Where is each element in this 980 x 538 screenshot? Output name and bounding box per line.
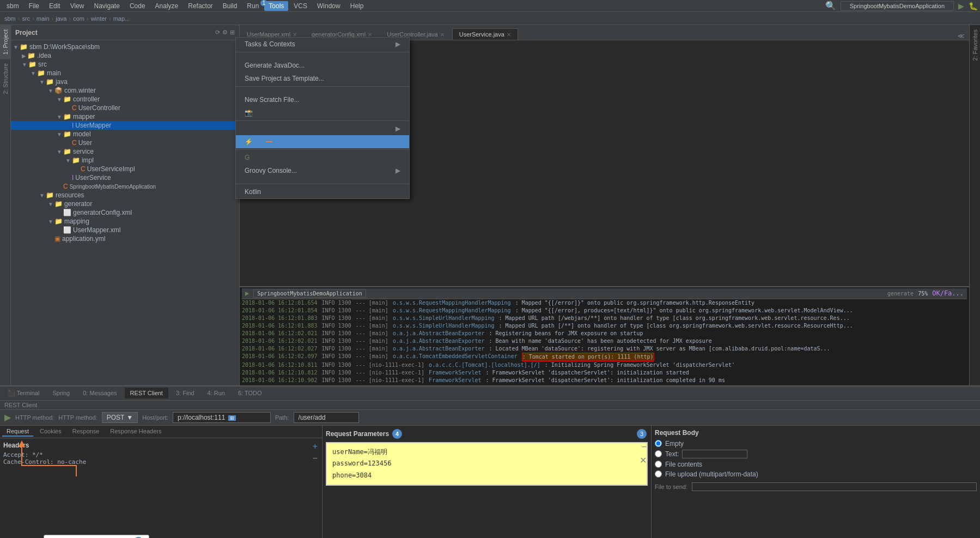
breadcrumb-sbm[interactable]: sbm: [4, 15, 16, 22]
body-radio-text[interactable]: [655, 450, 662, 457]
menu-item-start-ssh[interactable]: Kotlin: [236, 185, 409, 198]
tree-item-main[interactable]: ▼ 📁 main: [11, 69, 239, 77]
tree-item-generatorconfig[interactable]: ⬜ generatorConfig.xml: [11, 208, 239, 217]
bottom-tab-spring[interactable]: Spring: [47, 388, 75, 398]
tab-close-icon[interactable]: ✕: [507, 32, 511, 38]
tree-item-impl[interactable]: ▼ 📁 impl: [11, 156, 239, 165]
tree-item-application-yml[interactable]: ▣ application.yml: [11, 234, 239, 243]
menu-item-manage-templates[interactable]: Save Project as Template...: [236, 72, 409, 85]
tree-item-application[interactable]: C SpringbootMybatisDemoApplication: [11, 182, 239, 191]
breadcrumb-map[interactable]: map...: [113, 15, 130, 22]
menubar-vcs[interactable]: VCS: [289, 1, 312, 11]
req-tab-response[interactable]: Response: [68, 427, 104, 437]
tree-item-controller[interactable]: ▼ 📁 controller: [11, 95, 239, 104]
req-tab-response-headers[interactable]: Response Headers: [106, 427, 166, 437]
menubar-help[interactable]: Help: [346, 1, 368, 11]
tree-item-user[interactable]: C User: [11, 138, 239, 147]
menu-item-test-restful[interactable]: ⚡: [236, 135, 409, 148]
breadcrumb-com[interactable]: com: [73, 15, 84, 22]
tree-item-usermapper[interactable]: I UserMapper: [11, 121, 239, 130]
bottom-tab-terminal[interactable]: ⬛ Terminal: [2, 388, 45, 399]
menu-item-webservices[interactable]: Groovy Console... ▶: [236, 164, 409, 177]
tab-close-icon[interactable]: ✕: [440, 32, 445, 38]
tree-item-src[interactable]: ▼ 📁 src: [11, 60, 239, 69]
tree-item-java[interactable]: ▼ 📁 java: [11, 77, 239, 86]
tree-item-generator[interactable]: ▼ 📁 generator: [11, 200, 239, 208]
menu-item-new-scratch[interactable]: [236, 88, 409, 93]
breadcrumb-winter[interactable]: winter: [91, 15, 107, 22]
body-option-text[interactable]: Text:: [655, 450, 977, 458]
menubar-view[interactable]: View: [66, 1, 89, 11]
panel-icon-expand[interactable]: ⊞: [230, 29, 235, 36]
tree-item-usercontroller[interactable]: C UserController: [11, 104, 239, 112]
body-option-empty[interactable]: Empty: [655, 440, 977, 448]
menubar-refactor[interactable]: Refactor: [184, 1, 217, 11]
tree-item-sbm[interactable]: ▼ 📁 sbm D:\WorkSpace\sbm: [11, 43, 239, 51]
tree-item-userserviceimpl[interactable]: C UserServiceImpl: [11, 165, 239, 173]
file-to-send-input[interactable]: [692, 482, 977, 491]
tree-item-usermapper-xml[interactable]: ⬜ UserMapper.xml: [11, 226, 239, 234]
breadcrumb-src[interactable]: src: [22, 15, 30, 22]
tab-userservice-java[interactable]: UserService.java ✕: [452, 28, 518, 40]
panel-icon-sync[interactable]: ⟳: [215, 29, 220, 36]
menubar-tools[interactable]: Tools: [264, 1, 288, 11]
req-tab-request[interactable]: Request: [2, 427, 33, 437]
headers-add-button[interactable]: +: [313, 442, 318, 451]
tree-item-mapping[interactable]: ▼ 📁 mapping: [11, 217, 239, 226]
debug-button[interactable]: 🐛: [969, 2, 978, 10]
body-option-file-upload[interactable]: File upload (multipart/form-data): [655, 470, 977, 478]
panel-icon-gear[interactable]: ⚙: [222, 29, 228, 36]
tree-item-service[interactable]: ▼ 📁 service: [11, 147, 239, 156]
side-tab-structure[interactable]: 2: Structure: [0, 59, 10, 99]
http-method-selector[interactable]: POST ▼: [102, 412, 138, 423]
bottom-tab-run[interactable]: 4: Run: [202, 388, 230, 398]
menubar-edit[interactable]: Edit: [45, 1, 65, 11]
run-log-play[interactable]: ▶: [245, 289, 249, 297]
tree-item-resources[interactable]: ▼ 📁 resources: [11, 191, 239, 200]
menu-item-generate-javadoc[interactable]: [236, 53, 409, 59]
menu-item-deployment[interactable]: ▶: [236, 122, 409, 135]
body-option-file-contents[interactable]: File contents: [655, 461, 977, 468]
menubar-window[interactable]: Window: [313, 1, 345, 11]
breadcrumb-java[interactable]: java: [56, 15, 66, 22]
menubar-navigate[interactable]: Navigate: [90, 1, 124, 11]
rest-play-button[interactable]: ▶: [4, 412, 11, 422]
menubar-run[interactable]: Run 1: [242, 1, 263, 11]
body-radio-file-contents[interactable]: [655, 461, 662, 468]
tree-item-model[interactable]: ▼ 📁 model: [11, 130, 239, 138]
bottom-tab-rest-client[interactable]: REST Client: [125, 388, 168, 398]
tab-overflow-btn[interactable]: ≪: [953, 32, 969, 40]
tab-close-icon[interactable]: ✕: [368, 32, 372, 38]
path-input[interactable]: /user/add: [294, 412, 359, 423]
body-text-input[interactable]: [682, 450, 747, 458]
params-remove-button[interactable]: −: [642, 442, 647, 452]
headers-remove-button[interactable]: −: [313, 454, 318, 463]
body-radio-file-upload[interactable]: [655, 470, 662, 477]
menu-item-ide-scripting[interactable]: New Scratch File...: [236, 93, 409, 106]
menu-item-kotlin[interactable]: [236, 177, 409, 183]
menu-item-save-template[interactable]: Generate JavaDoc...: [236, 59, 409, 72]
body-radio-empty[interactable]: [655, 440, 662, 447]
tree-item-com-winter[interactable]: ▼ 📦 com.winter: [11, 86, 239, 95]
menubar-build[interactable]: Build: [218, 1, 242, 11]
menubar-file[interactable]: File: [25, 1, 44, 11]
menu-item-groovy-console[interactable]: G: [236, 151, 409, 164]
breadcrumb-main[interactable]: main: [36, 15, 50, 22]
req-tab-cookies[interactable]: Cookies: [35, 427, 66, 437]
bottom-tab-todo[interactable]: 6: TODO: [233, 388, 267, 398]
params-clear-button[interactable]: ✕: [640, 455, 647, 466]
tree-item-mapper[interactable]: ▼ 📁 mapper: [11, 112, 239, 121]
tab-close-icon[interactable]: ✕: [293, 32, 297, 38]
host-port-input[interactable]: p://localhost:111 ⊞: [173, 412, 271, 423]
side-tab-favorites[interactable]: 2: Favorites: [970, 25, 980, 65]
menubar-code[interactable]: Code: [125, 1, 150, 11]
toolbar-search-icon[interactable]: 🔍: [825, 1, 836, 11]
tree-item-idea[interactable]: ▶ 📁 .idea: [11, 51, 239, 60]
bottom-tab-find[interactable]: 3: Find: [171, 388, 200, 398]
menubar-sbm[interactable]: sbm: [2, 1, 23, 11]
menu-item-capture-memory[interactable]: 📸: [236, 106, 409, 119]
side-tab-project[interactable]: 1: Project: [0, 25, 10, 59]
tree-item-userservice[interactable]: I UserService: [11, 173, 239, 182]
menubar-analyze[interactable]: Analyze: [151, 1, 183, 11]
bottom-tab-messages[interactable]: 0: Messages: [77, 388, 122, 398]
